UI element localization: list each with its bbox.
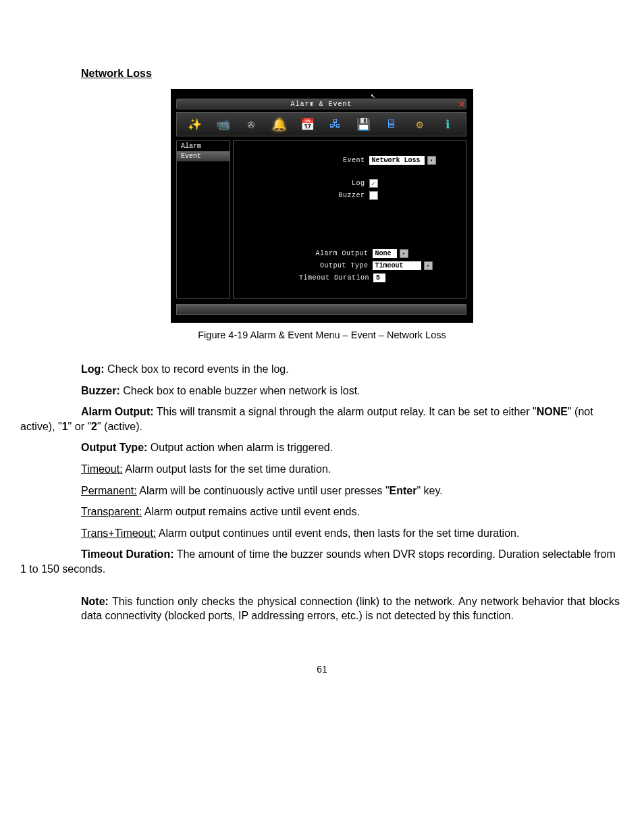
text-ao-a: This will transmit a signal through the … [154, 406, 537, 417]
text-permanent-enter: Enter [390, 485, 417, 496]
label-buzzer: Buzzer [264, 192, 365, 199]
text-ao-c: " or " [68, 421, 91, 432]
output-type-select[interactable]: Timeout [373, 261, 421, 270]
log-checkbox[interactable]: ✓ [369, 179, 378, 188]
camera-icon[interactable]: 📹 [214, 115, 232, 133]
info-icon[interactable]: ℹ [439, 115, 456, 133]
label-alarm-output: Alarm Output [267, 250, 369, 257]
text-permanent-b: " key. [417, 485, 442, 496]
disk-icon[interactable]: 💾 [354, 115, 372, 133]
lead-log: Log: [81, 363, 105, 375]
text-output-type: Output action when alarm is triggered. [147, 442, 333, 453]
label-log: Log [264, 180, 365, 187]
lead-buzzer: Buzzer: [81, 385, 120, 396]
check-icon: ✓ [371, 180, 375, 188]
label-output-type: Output Type [267, 262, 369, 269]
chevron-down-icon[interactable]: ▾ [424, 261, 433, 270]
para-log: Log: Check box to record events in the l… [81, 362, 624, 377]
timeout-duration-value: 5 [376, 274, 380, 282]
note-lead: Note: [81, 596, 109, 607]
output-type-value: Timeout [375, 262, 404, 269]
display-icon[interactable]: 🖥 [383, 115, 400, 133]
lead-output-type: Output Type: [81, 442, 147, 453]
text-log: Check box to record events in the log. [105, 363, 289, 375]
sidebar-item-alarm[interactable]: Alarm [177, 141, 230, 151]
text-ao-none: NONE [537, 406, 568, 417]
text-buzzer: Check box to enable buzzer when network … [120, 385, 360, 396]
label-timeout-duration: Timeout Duration [268, 274, 369, 282]
text-transtimeout: Alarm output continues until event ends,… [156, 527, 519, 539]
chevron-down-icon[interactable]: ▾ [427, 156, 436, 165]
para-transtimeout: Trans+Timeout: Alarm output continues un… [81, 526, 624, 541]
para-transparent: Transparent: Alarm output remains active… [81, 504, 624, 519]
reel-icon[interactable]: ✇ [242, 115, 260, 133]
text-ao-d: " (active). [97, 421, 142, 432]
sidebar-item-event[interactable]: Event [177, 151, 230, 161]
lead-td: Timeout Duration: [81, 548, 173, 560]
timeout-duration-field[interactable]: 5 [373, 273, 385, 282]
term-transtimeout: Trans+Timeout: [81, 527, 156, 539]
gear-icon[interactable]: ⚙ [411, 115, 429, 133]
para-buzzer: Buzzer: Check box to enable buzzer when … [81, 384, 624, 398]
calendar-icon[interactable]: 📅 [298, 115, 316, 133]
text-timeout: Alarm output lasts for the set time dura… [123, 463, 331, 475]
toolbar: ✨ 📹 ✇ 🔔 📅 🖧 💾 🖥 ⚙ ℹ [176, 112, 466, 136]
label-event: Event [264, 157, 365, 164]
event-select-value: Network Loss [372, 157, 421, 164]
document-page: Network Loss ↖ Alarm & Event ✕ ✨ 📹 ✇ 🔔 📅… [0, 0, 644, 715]
para-permanent: Permanent: Alarm will be continuously ac… [81, 484, 624, 498]
settings-panel: Event Network Loss ▾ Log ✓ Buzzer [233, 140, 466, 298]
chevron-down-icon[interactable]: ▾ [400, 249, 408, 258]
sparkle-icon[interactable]: ✨ [186, 115, 204, 133]
figure-caption: Figure 4-19 Alarm & Event Menu – Event –… [20, 330, 624, 340]
network-icon[interactable]: 🖧 [327, 115, 344, 133]
bell-icon[interactable]: 🔔 [271, 115, 288, 133]
lead-alarm-output: Alarm Output: [81, 406, 154, 417]
event-select[interactable]: Network Loss [369, 156, 425, 165]
alarm-event-window: ↖ Alarm & Event ✕ ✨ 📹 ✇ 🔔 📅 🖧 💾 🖥 ⚙ ℹ Al… [171, 89, 473, 323]
para-note: Note: This function only checks the phys… [20, 594, 624, 623]
section-heading: Network Loss [81, 68, 624, 80]
window-title: Alarm & Event [290, 101, 352, 108]
sidebar: Alarm Event [176, 140, 230, 298]
text-transparent: Alarm output remains active until event … [142, 506, 360, 517]
term-timeout: Timeout: [81, 463, 123, 475]
window-bottombar [176, 304, 466, 315]
alarm-output-select[interactable]: None [373, 249, 397, 258]
text-permanent-a: Alarm will be continuously active until … [137, 485, 390, 496]
para-timeout: Timeout: Alarm output lasts for the set … [81, 462, 624, 477]
alarm-output-value: None [375, 250, 392, 257]
figure-wrap: ↖ Alarm & Event ✕ ✨ 📹 ✇ 🔔 📅 🖧 💾 🖥 ⚙ ℹ Al… [171, 89, 473, 323]
term-transparent: Transparent: [81, 506, 142, 517]
para-output-type: Output Type: Output action when alarm is… [81, 440, 624, 455]
text-ao-2: 2 [91, 421, 97, 432]
term-permanent: Permanent: [81, 485, 137, 496]
para-timeout-duration: Timeout Duration: The amount of time the… [20, 547, 624, 576]
para-alarm-output: Alarm Output: This will transmit a signa… [20, 405, 624, 434]
buzzer-checkbox[interactable] [369, 191, 378, 200]
close-icon[interactable]: ✕ [458, 97, 465, 111]
page-number: 61 [20, 664, 624, 675]
text-ao-1: 1 [62, 421, 68, 432]
window-titlebar: Alarm & Event [176, 99, 466, 109]
note-text: This function only checks the physical c… [81, 596, 620, 622]
